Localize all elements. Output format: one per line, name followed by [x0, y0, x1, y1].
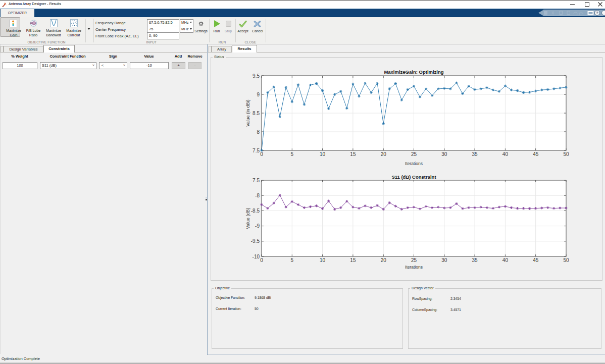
svg-text:50: 50	[563, 151, 569, 157]
svg-text:-9.5: -9.5	[251, 238, 260, 244]
svg-text:45: 45	[533, 257, 539, 263]
svg-text:5: 5	[291, 151, 294, 157]
svg-text:15: 15	[350, 151, 356, 157]
svg-text:-8: -8	[255, 193, 260, 198]
svg-text:8.5: 8.5	[253, 111, 260, 116]
svg-text:30: 30	[441, 151, 447, 157]
svg-text:40: 40	[502, 257, 509, 263]
svg-text:Value (in dBi): Value (in dBi)	[245, 99, 250, 126]
svg-text:25: 25	[411, 257, 417, 263]
svg-text:-7.5: -7.5	[251, 178, 260, 183]
svg-text:0: 0	[260, 257, 263, 263]
svg-text:15: 15	[350, 257, 356, 263]
svg-text:20: 20	[381, 257, 387, 263]
svg-text:25: 25	[411, 151, 417, 157]
svg-text:10: 10	[320, 151, 326, 157]
svg-text:Value (dB): Value (dB)	[245, 208, 250, 229]
svg-text:-8.5: -8.5	[251, 208, 260, 214]
svg-text:35: 35	[472, 257, 478, 263]
svg-text:50: 50	[563, 257, 569, 263]
svg-text:40: 40	[502, 151, 509, 157]
svg-text:-10: -10	[253, 254, 260, 259]
svg-text:7.5: 7.5	[253, 148, 260, 153]
svg-text:35: 35	[472, 151, 478, 157]
svg-text:0: 0	[260, 151, 263, 157]
svg-text:20: 20	[381, 151, 387, 157]
svg-text:30: 30	[441, 257, 447, 263]
svg-text:45: 45	[533, 151, 539, 157]
svg-text:MaximizeGain: Optimizing: MaximizeGain: Optimizing	[384, 69, 443, 75]
svg-text:5: 5	[291, 257, 294, 263]
svg-text:8: 8	[257, 129, 260, 135]
svg-text:-9: -9	[255, 223, 260, 229]
svg-text:9.5: 9.5	[253, 73, 260, 79]
svg-text:Iterations: Iterations	[405, 265, 423, 270]
svg-text:9: 9	[257, 92, 260, 97]
svg-text:10: 10	[320, 257, 326, 263]
svg-text:S11 (dB) Constraint: S11 (dB) Constraint	[391, 174, 436, 180]
svg-text:Iterations: Iterations	[405, 161, 423, 166]
